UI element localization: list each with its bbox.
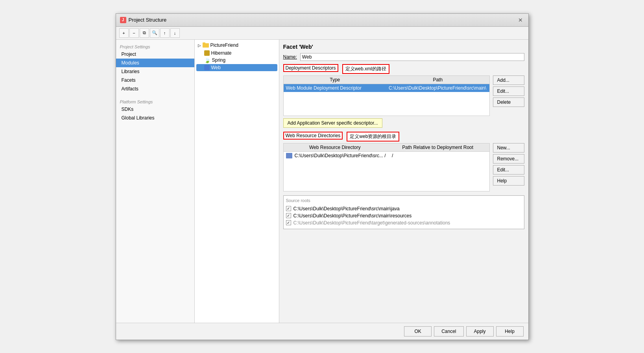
type-header: Type xyxy=(284,76,387,84)
spring-icon: 🍃 xyxy=(204,57,210,63)
bottom-bar: OK Cancel Apply Help xyxy=(116,323,528,340)
nav-item-sdks[interactable]: SDKs xyxy=(116,105,194,114)
name-row: Name: xyxy=(283,53,524,61)
deployment-table-header: Type Path xyxy=(284,76,489,84)
web-resource-path: C:\Users\Dulk\Desktop\PictureFriend\src.… xyxy=(295,153,390,158)
toolbar-remove-btn[interactable]: − xyxy=(129,28,139,38)
right-panel: Facet 'Web' Name: Deployment Descriptors… xyxy=(279,40,528,323)
deployment-add-btn[interactable]: Add... xyxy=(493,75,524,85)
web-resource-new-btn[interactable]: New... xyxy=(493,143,524,153)
nav-item-libraries[interactable]: Libraries xyxy=(116,67,194,76)
deployment-table-area: Type Path Web Module Deployment Descript… xyxy=(283,75,490,116)
web-dir-header: Web Resource Directory xyxy=(284,143,387,151)
deployment-annotation: 定义web.xml的路径 xyxy=(342,64,389,74)
folder-icon xyxy=(203,42,209,49)
ok-button[interactable]: OK xyxy=(404,326,432,336)
dialog-window: J Project Structure ✕ + − ⧉ 🔍 ↑ ↓ Projec… xyxy=(116,13,529,340)
tree-item-web-label: Web xyxy=(211,65,221,70)
tree-item-hibernate[interactable]: Hibernate xyxy=(196,50,277,57)
path-header: Path xyxy=(386,76,489,84)
middle-panel: ▷ PictureFriend Hibernate 🍃 Spring xyxy=(195,40,279,323)
nav-item-facets[interactable]: Facets xyxy=(116,76,194,85)
web-resource-path-relative: / xyxy=(389,153,487,158)
web-resource-row[interactable]: C:\Users\Dulk\Desktop\PictureFriend\src.… xyxy=(284,152,489,160)
main-content: Project Settings Project Modules Librari… xyxy=(116,40,528,323)
source-root-path-0: C:\Users\Dulk\Desktop\PictureFriend\src\… xyxy=(293,206,400,211)
web-resource-empty-area xyxy=(284,160,489,191)
toolbar-up-btn[interactable]: ↑ xyxy=(160,28,170,38)
source-roots-title: Source roots xyxy=(286,198,522,203)
nav-item-modules[interactable]: Modules xyxy=(116,59,194,67)
source-root-checkbox-0[interactable]: ✓ xyxy=(286,206,291,211)
app-icon: J xyxy=(120,17,126,23)
project-settings-header: Project Settings xyxy=(116,43,194,50)
web-resource-file-icon xyxy=(286,153,292,158)
deployment-edit-btn[interactable]: Edit... xyxy=(493,86,524,96)
name-input[interactable] xyxy=(300,53,524,61)
deployment-delete-btn[interactable]: Delete xyxy=(493,97,524,107)
tree-item-spring[interactable]: 🍃 Spring xyxy=(196,57,277,64)
tree-item-spring-label: Spring xyxy=(212,57,226,63)
facet-title: Facet 'Web' xyxy=(283,44,524,50)
toolbar-down-btn[interactable]: ↓ xyxy=(170,28,180,38)
tree-item-web[interactable]: Web xyxy=(196,64,277,71)
source-root-path-1: C:\Users\Dulk\Desktop\PictureFriend\src\… xyxy=(293,213,412,219)
add-server-btn[interactable]: Add Application Server specific descript… xyxy=(283,118,382,128)
toolbar-search-btn[interactable]: 🔍 xyxy=(150,28,159,38)
source-root-item-2: ✓ C:\Users\Dulk\Desktop\PictureFriend\ta… xyxy=(286,219,522,226)
left-panel: Project Settings Project Modules Librari… xyxy=(116,40,195,323)
nav-item-project[interactable]: Project xyxy=(116,50,194,59)
deployment-table-row[interactable]: Web Module Deployment Descriptor C:\User… xyxy=(284,84,489,92)
name-label: Name: xyxy=(283,54,297,60)
web-resource-edit-btn[interactable]: Edit... xyxy=(493,165,524,175)
platform-settings-header: Platform Settings xyxy=(116,98,194,105)
web-resource-section: Web Resource Directories 定义web资源的根目录 Web… xyxy=(283,132,524,191)
toolbar-add-btn[interactable]: + xyxy=(119,28,129,38)
web-resource-annotation: 定义web资源的根目录 xyxy=(347,132,399,142)
title-bar-left: J Project Structure xyxy=(120,17,167,23)
web-resource-table: Web Resource Directory Path Relative to … xyxy=(283,143,490,191)
toolbar: + − ⧉ 🔍 ↑ ↓ xyxy=(116,27,528,40)
nav-item-artifacts[interactable]: Artifacts xyxy=(116,85,194,93)
nav-item-global-libraries[interactable]: Global Libraries xyxy=(116,114,194,122)
deployment-table: Type Path Web Module Deployment Descript… xyxy=(283,75,490,116)
web-resource-label: Web Resource Directories xyxy=(283,132,343,140)
path-rel-header: Path Relative to Deployment Root xyxy=(386,143,489,151)
title-bar: J Project Structure ✕ xyxy=(116,14,528,27)
tree-root-label: PictureFriend xyxy=(210,42,238,48)
deployment-with-buttons: Type Path Web Module Deployment Descript… xyxy=(283,75,524,116)
deployment-label: Deployment Descriptors xyxy=(283,64,338,72)
help-button[interactable]: Help xyxy=(496,326,524,336)
deployment-type-cell: Web Module Deployment Descriptor xyxy=(284,84,387,92)
web-resource-with-buttons: Web Resource Directory Path Relative to … xyxy=(283,143,524,191)
svg-rect-1 xyxy=(203,42,205,44)
cancel-button[interactable]: Cancel xyxy=(434,326,463,336)
add-server-wrapper: Add Application Server specific descript… xyxy=(283,118,524,128)
tree-root[interactable]: ▷ PictureFriend xyxy=(196,41,277,50)
deployment-header-row: Deployment Descriptors 定义web.xml的路径 xyxy=(283,64,524,74)
web-resource-help-btn[interactable]: Help xyxy=(493,176,524,186)
expand-icon: ▷ xyxy=(198,43,201,48)
source-root-item-1: ✓ C:\Users\Dulk\Desktop\PictureFriend\sr… xyxy=(286,212,522,219)
web-resource-table-area: Web Resource Directory Path Relative to … xyxy=(283,143,490,191)
web-resource-header-row: Web Resource Directories 定义web资源的根目录 xyxy=(283,132,524,142)
web-resource-table-header: Web Resource Directory Path Relative to … xyxy=(284,143,489,152)
source-root-path-2: C:\Users\Dulk\Desktop\PictureFriend\targ… xyxy=(293,220,450,226)
source-root-checkbox-1[interactable]: ✓ xyxy=(286,213,291,218)
dialog-title: Project Structure xyxy=(129,17,167,23)
web-icon xyxy=(204,65,210,70)
deployment-path-cell: C:\Users\Dulk\Desktop\PictureFriend\src\… xyxy=(386,84,489,92)
tree-item-hibernate-label: Hibernate xyxy=(211,50,232,56)
web-resource-buttons: New... Remove... Edit... Help xyxy=(493,143,524,191)
toolbar-copy-btn[interactable]: ⧉ xyxy=(140,28,149,38)
close-button[interactable]: ✕ xyxy=(517,16,524,24)
deployment-section: Deployment Descriptors 定义web.xml的路径 Type… xyxy=(283,64,524,128)
source-root-checkbox-2[interactable]: ✓ xyxy=(286,220,291,225)
hibernate-icon xyxy=(204,50,210,56)
source-root-item-0: ✓ C:\Users\Dulk\Desktop\PictureFriend\sr… xyxy=(286,205,522,212)
apply-button[interactable]: Apply xyxy=(466,326,494,336)
deployment-empty-area xyxy=(284,92,489,116)
deployment-buttons: Add... Edit... Delete xyxy=(493,75,524,116)
web-resource-remove-btn[interactable]: Remove... xyxy=(493,154,524,164)
source-roots-section: Source roots ✓ C:\Users\Dulk\Desktop\Pic… xyxy=(283,195,524,229)
